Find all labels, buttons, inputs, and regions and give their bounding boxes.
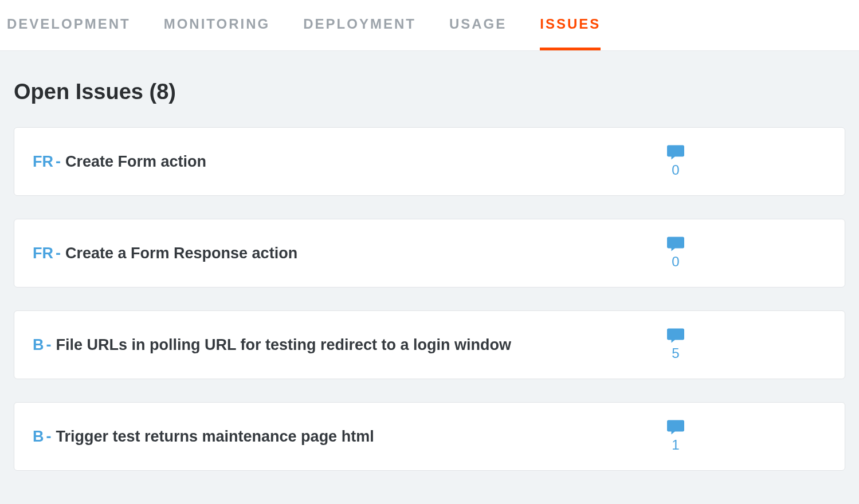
issue-tag: B [33,336,44,354]
issue-title: FR-Create Form action [33,153,206,171]
tabs-nav: DEVELOPMENTMONITORINGDEPLOYMENTUSAGEISSU… [0,0,859,51]
issue-title: B-Trigger test returns maintenance page … [33,428,374,446]
issue-title-text: Trigger test returns maintenance page ht… [56,428,374,446]
issue-tag: FR [33,245,53,262]
issue-separator: - [46,428,52,446]
issue-list: FR-Create Form action0FR-Create a Form R… [14,127,845,471]
issue-title-text: File URLs in polling URL for testing red… [56,336,512,354]
comment-block[interactable]: 0 [667,237,684,270]
issue-title-text: Create a Form Response action [65,245,297,262]
comment-icon [667,237,684,251]
issue-tag: B [33,428,44,446]
comment-count: 5 [672,345,679,361]
comment-block[interactable]: 5 [667,328,684,361]
issue-card[interactable]: B-Trigger test returns maintenance page … [14,402,845,471]
issues-content: Open Issues (8) FR-Create Form action0FR… [0,51,859,504]
tab-usage[interactable]: USAGE [449,16,507,50]
comment-count: 0 [672,162,679,178]
comment-count: 0 [672,254,679,270]
issue-card[interactable]: FR-Create a Form Response action0 [14,219,845,288]
comment-icon [667,420,684,435]
issue-card[interactable]: FR-Create Form action0 [14,127,845,196]
comment-block[interactable]: 1 [667,420,684,453]
tab-development[interactable]: DEVELOPMENT [7,16,131,50]
page-title: Open Issues (8) [14,80,845,104]
comment-block[interactable]: 0 [667,145,684,178]
issue-separator: - [56,245,61,262]
tab-deployment[interactable]: DEPLOYMENT [303,16,416,50]
tab-monitoring[interactable]: MONITORING [164,16,270,50]
comment-icon [667,328,684,343]
comment-icon [667,145,684,160]
comment-count: 1 [672,437,679,453]
issue-separator: - [46,336,52,354]
issue-title: B-File URLs in polling URL for testing r… [33,336,511,354]
issue-tag: FR [33,153,53,171]
issue-title: FR-Create a Form Response action [33,245,297,262]
issue-card[interactable]: B-File URLs in polling URL for testing r… [14,310,845,379]
issue-title-text: Create Form action [65,153,206,171]
tab-issues[interactable]: ISSUES [540,16,601,50]
issue-separator: - [56,153,61,171]
